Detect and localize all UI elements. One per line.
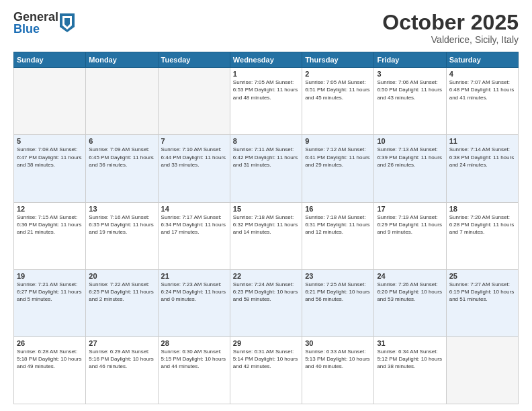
day-info: Sunrise: 7:27 AM Sunset: 6:19 PM Dayligh… [449,281,515,304]
day-number: 14 [161,205,227,213]
day-info: Sunrise: 7:05 AM Sunset: 6:51 PM Dayligh… [305,79,371,101]
day-number: 9 [305,137,371,145]
day-number: 6 [89,137,154,145]
day-number: 26 [17,339,83,347]
calendar-cell: 5Sunrise: 7:08 AM Sunset: 6:47 PM Daylig… [14,135,86,202]
calendar-cell: 1Sunrise: 7:05 AM Sunset: 6:53 PM Daylig… [230,68,302,135]
logo: General Blue [13,11,75,35]
day-header-thursday: Thursday [302,52,374,68]
day-info: Sunrise: 7:25 AM Sunset: 6:21 PM Dayligh… [305,281,371,304]
day-number: 30 [305,339,371,347]
day-number: 11 [449,137,515,145]
calendar-table: SundayMondayTuesdayWednesdayThursdayFrid… [13,52,519,404]
calendar-cell [158,68,230,135]
day-info: Sunrise: 7:16 AM Sunset: 6:35 PM Dayligh… [89,214,154,236]
calendar-cell: 6Sunrise: 7:09 AM Sunset: 6:45 PM Daylig… [86,135,158,202]
calendar-week-2: 12Sunrise: 7:15 AM Sunset: 6:36 PM Dayli… [14,202,519,269]
location: Valderice, Sicily, Italy [382,34,519,45]
day-number: 21 [161,272,227,280]
calendar-cell: 9Sunrise: 7:12 AM Sunset: 6:41 PM Daylig… [302,135,374,202]
day-header-friday: Friday [374,52,446,68]
day-info: Sunrise: 7:18 AM Sunset: 6:31 PM Dayligh… [305,214,371,236]
day-info: Sunrise: 7:14 AM Sunset: 6:38 PM Dayligh… [449,146,515,169]
day-info: Sunrise: 6:33 AM Sunset: 5:13 PM Dayligh… [305,348,371,371]
day-number: 27 [89,339,154,347]
calendar-cell: 24Sunrise: 7:26 AM Sunset: 6:20 PM Dayli… [374,269,446,336]
calendar-cell: 3Sunrise: 7:06 AM Sunset: 6:50 PM Daylig… [374,68,446,135]
day-number: 31 [377,339,443,347]
day-info: Sunrise: 7:15 AM Sunset: 6:36 PM Dayligh… [17,214,83,236]
day-info: Sunrise: 7:18 AM Sunset: 6:32 PM Dayligh… [233,214,299,236]
day-number: 18 [449,205,515,213]
calendar-cell: 2Sunrise: 7:05 AM Sunset: 6:51 PM Daylig… [302,68,374,135]
calendar-week-0: 1Sunrise: 7:05 AM Sunset: 6:53 PM Daylig… [14,68,519,135]
calendar-week-1: 5Sunrise: 7:08 AM Sunset: 6:47 PM Daylig… [14,135,519,202]
day-info: Sunrise: 7:10 AM Sunset: 6:44 PM Dayligh… [161,146,227,169]
day-number: 12 [17,205,83,213]
day-number: 13 [89,205,154,213]
day-number: 19 [17,272,83,280]
day-number: 17 [377,205,443,213]
logo-icon [60,13,75,32]
calendar-cell: 8Sunrise: 7:11 AM Sunset: 6:42 PM Daylig… [230,135,302,202]
day-info: Sunrise: 7:26 AM Sunset: 6:20 PM Dayligh… [377,281,443,304]
calendar-cell: 25Sunrise: 7:27 AM Sunset: 6:19 PM Dayli… [446,269,518,336]
day-header-wednesday: Wednesday [230,52,302,68]
calendar-cell: 18Sunrise: 7:20 AM Sunset: 6:28 PM Dayli… [446,202,518,269]
day-info: Sunrise: 6:28 AM Sunset: 5:18 PM Dayligh… [17,348,83,371]
page: General Blue October 2025 Valderice, Sic… [0,0,532,411]
day-number: 10 [377,137,443,145]
day-number: 15 [233,205,299,213]
calendar-cell: 4Sunrise: 7:07 AM Sunset: 6:48 PM Daylig… [446,68,518,135]
day-info: Sunrise: 7:23 AM Sunset: 6:24 PM Dayligh… [161,281,227,304]
day-info: Sunrise: 7:17 AM Sunset: 6:34 PM Dayligh… [161,214,227,236]
day-info: Sunrise: 7:09 AM Sunset: 6:45 PM Dayligh… [89,146,154,169]
day-info: Sunrise: 7:07 AM Sunset: 6:48 PM Dayligh… [449,79,515,101]
day-info: Sunrise: 7:20 AM Sunset: 6:28 PM Dayligh… [449,214,515,236]
day-info: Sunrise: 7:21 AM Sunset: 6:27 PM Dayligh… [17,281,83,304]
day-info: Sunrise: 6:29 AM Sunset: 5:16 PM Dayligh… [89,348,154,371]
day-info: Sunrise: 7:05 AM Sunset: 6:53 PM Dayligh… [233,79,299,101]
day-number: 24 [377,272,443,280]
calendar-cell: 23Sunrise: 7:25 AM Sunset: 6:21 PM Dayli… [302,269,374,336]
calendar-cell: 11Sunrise: 7:14 AM Sunset: 6:38 PM Dayli… [446,135,518,202]
day-header-tuesday: Tuesday [158,52,230,68]
day-number: 3 [377,70,443,78]
day-number: 29 [233,339,299,347]
day-number: 22 [233,272,299,280]
calendar-cell: 20Sunrise: 7:22 AM Sunset: 6:25 PM Dayli… [86,269,158,336]
calendar-cell: 21Sunrise: 7:23 AM Sunset: 6:24 PM Dayli… [158,269,230,336]
day-number: 28 [161,339,227,347]
calendar-cell [446,336,518,404]
calendar-header-row: SundayMondayTuesdayWednesdayThursdayFrid… [14,52,519,68]
calendar-cell: 27Sunrise: 6:29 AM Sunset: 5:16 PM Dayli… [86,336,158,404]
calendar-cell: 17Sunrise: 7:19 AM Sunset: 6:29 PM Dayli… [374,202,446,269]
day-number: 8 [233,137,299,145]
calendar-cell [14,68,86,135]
logo-blue: Blue [13,23,58,35]
logo-general: General [13,11,58,23]
calendar-week-3: 19Sunrise: 7:21 AM Sunset: 6:27 PM Dayli… [14,269,519,336]
day-info: Sunrise: 6:30 AM Sunset: 5:15 PM Dayligh… [161,348,227,371]
calendar-cell [86,68,158,135]
logo-text: General Blue [13,11,58,35]
day-info: Sunrise: 6:31 AM Sunset: 5:14 PM Dayligh… [233,348,299,371]
calendar-cell: 14Sunrise: 7:17 AM Sunset: 6:34 PM Dayli… [158,202,230,269]
day-info: Sunrise: 7:22 AM Sunset: 6:25 PM Dayligh… [89,281,154,304]
day-header-monday: Monday [86,52,158,68]
header: General Blue October 2025 Valderice, Sic… [13,11,519,45]
day-info: Sunrise: 7:24 AM Sunset: 6:23 PM Dayligh… [233,281,299,304]
calendar-cell: 10Sunrise: 7:13 AM Sunset: 6:39 PM Dayli… [374,135,446,202]
day-info: Sunrise: 7:12 AM Sunset: 6:41 PM Dayligh… [305,146,371,169]
calendar-cell: 15Sunrise: 7:18 AM Sunset: 6:32 PM Dayli… [230,202,302,269]
day-info: Sunrise: 6:34 AM Sunset: 5:12 PM Dayligh… [377,348,443,371]
calendar-cell: 26Sunrise: 6:28 AM Sunset: 5:18 PM Dayli… [14,336,86,404]
calendar-cell: 22Sunrise: 7:24 AM Sunset: 6:23 PM Dayli… [230,269,302,336]
day-number: 1 [233,70,299,78]
calendar-cell: 30Sunrise: 6:33 AM Sunset: 5:13 PM Dayli… [302,336,374,404]
day-info: Sunrise: 7:13 AM Sunset: 6:39 PM Dayligh… [377,146,443,169]
day-info: Sunrise: 7:08 AM Sunset: 6:47 PM Dayligh… [17,146,83,169]
day-info: Sunrise: 7:06 AM Sunset: 6:50 PM Dayligh… [377,79,443,101]
calendar-cell: 29Sunrise: 6:31 AM Sunset: 5:14 PM Dayli… [230,336,302,404]
day-number: 4 [449,70,515,78]
